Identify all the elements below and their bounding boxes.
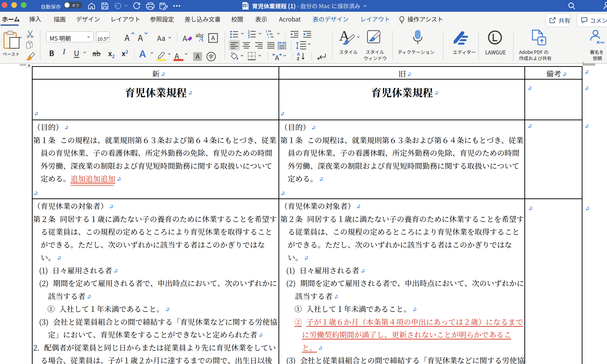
svg-text:W: W: [243, 3, 246, 7]
